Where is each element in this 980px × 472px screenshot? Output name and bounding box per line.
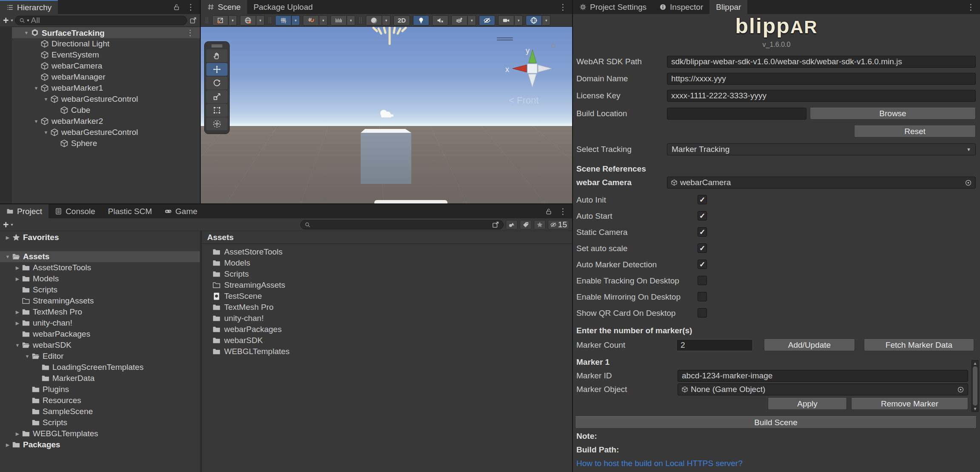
cube-object[interactable] — [358, 126, 413, 186]
project-tree-item[interactable]: Resources — [0, 395, 200, 406]
project-tree-item[interactable]: ▼ Assets — [0, 251, 200, 262]
effects-button[interactable]: ▾ — [451, 15, 476, 26]
select-tracking-dropdown[interactable]: Marker Tracking ▼ — [667, 143, 976, 155]
hand-tool-button[interactable] — [206, 49, 228, 62]
toolbar-handle[interactable] — [269, 17, 271, 23]
search-by-type-button[interactable] — [506, 220, 518, 229]
rotate-tool-button[interactable] — [206, 77, 228, 89]
checkbox[interactable] — [698, 308, 707, 318]
expand-arrow[interactable]: ▼ — [22, 31, 31, 35]
hierarchy-item[interactable]: ▼ webarGestureControl ⋮ — [12, 94, 200, 105]
open-in-window-icon[interactable] — [189, 17, 197, 24]
camera-gizmo-icon[interactable] — [379, 109, 396, 120]
tab-game[interactable]: Game — [158, 204, 204, 218]
globe-dropdown[interactable]: ▾ — [256, 15, 265, 26]
kebab-menu-icon[interactable]: ⋮ — [187, 3, 195, 11]
hierarchy-item[interactable]: EventSystem ⋮ — [12, 49, 200, 60]
tab-hierarchy[interactable]: Hierarchy — [0, 0, 58, 14]
create-button[interactable]: + — [3, 16, 9, 25]
build-location-input[interactable] — [667, 108, 806, 120]
add-update-button[interactable]: Add/Update — [764, 339, 855, 351]
asset-item[interactable]: webarSDK — [202, 335, 572, 346]
hierarchy-item[interactable]: webarManager ⋮ — [12, 72, 200, 83]
asset-item[interactable]: WEBGLTemplates — [202, 346, 572, 357]
sdk-path-input[interactable]: sdk/blippar-webar-sdk-v1.6.0/webar-sdk/w… — [667, 56, 976, 68]
hierarchy-search-input[interactable]: ▾ All — [15, 16, 187, 25]
tab-plastic-scm[interactable]: Plastic SCM — [102, 204, 158, 218]
project-tree-item[interactable]: Scripts — [0, 417, 200, 428]
move-tool-button[interactable] — [206, 63, 228, 76]
search-by-label-button[interactable] — [520, 220, 532, 229]
project-tree-item[interactable]: StreamingAssets — [0, 295, 200, 306]
checkbox[interactable] — [698, 276, 707, 285]
hierarchy-item[interactable]: Sphere ⋮ — [12, 138, 200, 149]
open-in-window-icon[interactable] — [492, 221, 499, 229]
expand-arrow[interactable]: ▼ — [13, 343, 22, 348]
row-kebab-icon[interactable]: ⋮ — [186, 29, 194, 37]
kebab-menu-icon[interactable]: ⋮ — [559, 207, 567, 215]
scene-viewport[interactable]: y x Front — [201, 27, 572, 203]
apply-button[interactable]: Apply — [768, 398, 847, 410]
project-tree-item[interactable]: Plugins — [0, 384, 200, 395]
gizmo-front-label[interactable]: Front — [509, 95, 538, 106]
tab-project[interactable]: Project — [0, 204, 48, 218]
expand-arrow[interactable]: ▶ — [13, 431, 22, 437]
expand-arrow[interactable]: ▼ — [32, 119, 40, 124]
checkbox[interactable] — [698, 227, 707, 237]
camera-settings-button[interactable]: ▾ — [498, 15, 523, 26]
gizmos-dropdown[interactable]: ▾ — [542, 15, 550, 26]
increment-dropdown[interactable]: ▾ — [347, 15, 355, 26]
overlay-drag-handle[interactable] — [205, 45, 229, 47]
orientation-gizmo[interactable]: y x — [494, 35, 558, 99]
tab-package-upload[interactable]: Package Upload — [247, 0, 319, 14]
project-tree-item[interactable]: Scripts — [0, 284, 200, 295]
marker-id-input[interactable]: abcd-1234-marker-image — [678, 370, 968, 382]
scroll-thumb[interactable] — [973, 366, 977, 406]
scroll-down-icon[interactable]: ▼ — [973, 406, 977, 411]
create-dropdown-caret[interactable]: ▾ — [11, 222, 13, 227]
tab-project-settings[interactable]: Project Settings — [573, 0, 653, 14]
checkbox[interactable] — [698, 195, 707, 204]
draw-mode-dropdown[interactable]: ▾ — [382, 15, 390, 26]
build-scene-button[interactable]: Build Scene — [575, 416, 977, 429]
snap-button[interactable]: ▾ — [303, 15, 328, 26]
checkbox[interactable] — [698, 292, 707, 301]
increment-snap-button[interactable]: ▾ — [330, 15, 355, 26]
project-tree-item[interactable]: MarkerData — [0, 373, 200, 384]
tool-handle-pivot-button[interactable]: ▾ — [212, 15, 237, 26]
project-tree-item[interactable]: ▶ Models — [0, 273, 200, 284]
https-help-link[interactable]: How to host the build on Local HTTPS ser… — [576, 459, 743, 468]
expand-arrow[interactable]: ▼ — [23, 354, 31, 359]
hierarchy-item[interactable]: ▼ webarMarker2 ⋮ — [12, 116, 200, 127]
marker-scrollbar[interactable]: ▲ ▼ — [971, 360, 979, 412]
remove-marker-button[interactable]: Remove Marker — [851, 398, 968, 410]
project-search-input[interactable] — [300, 220, 504, 229]
browse-button[interactable]: Browse — [810, 108, 976, 120]
domain-input[interactable]: https://xxxx.yyy — [667, 73, 976, 85]
hierarchy-item[interactable]: ▼ webarGestureControl ⋮ — [12, 127, 200, 138]
project-tree-item[interactable]: SampleScene — [0, 406, 200, 417]
object-picker-icon[interactable] — [965, 179, 972, 186]
save-search-button[interactable] — [534, 220, 546, 229]
asset-item[interactable]: unity-chan! — [202, 313, 572, 324]
project-tree-item[interactable]: ▶ Favorites — [0, 232, 200, 243]
asset-item[interactable]: TextMesh Pro — [202, 302, 572, 313]
checkbox[interactable] — [698, 260, 707, 269]
expand-arrow[interactable]: ▶ — [13, 309, 22, 315]
project-tree-item[interactable]: ▶ TextMesh Pro — [0, 306, 200, 318]
search-filter-caret[interactable]: ▾ — [27, 18, 29, 23]
marker-object-field[interactable]: None (Game Object) — [678, 383, 968, 395]
asset-item[interactable]: AssetStoreTools — [202, 246, 572, 257]
expand-arrow[interactable]: ▼ — [42, 97, 50, 102]
kebab-menu-icon[interactable]: ⋮ — [967, 3, 975, 11]
create-dropdown-caret[interactable]: ▾ — [11, 18, 13, 23]
hierarchy-item[interactable]: Directional Light ⋮ — [12, 38, 200, 49]
expand-arrow[interactable]: ▶ — [13, 276, 22, 282]
scroll-up-icon[interactable]: ▲ — [973, 361, 977, 366]
hierarchy-item[interactable]: ▼ SurfaceTracking ⋮ — [12, 27, 200, 38]
expand-arrow[interactable]: ▼ — [3, 254, 12, 259]
tool-handle-rotation-button[interactable]: ▾ — [240, 15, 265, 26]
hierarchy-item[interactable]: webarCamera ⋮ — [12, 60, 200, 72]
scene-visibility-button[interactable] — [479, 15, 495, 26]
expand-arrow[interactable]: ▶ — [13, 320, 22, 326]
